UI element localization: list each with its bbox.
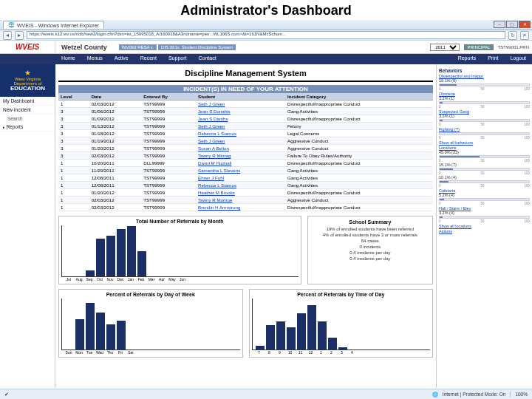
cell: 1 (58, 204, 89, 211)
bar (307, 305, 316, 349)
cell: 01/20/2012 (89, 145, 142, 152)
cell: Legal Concerns (285, 130, 433, 137)
cell: 3 (58, 115, 89, 123)
cell: 10/20/2011 (89, 160, 142, 167)
cell: 02/03/2012 (89, 197, 142, 204)
table-row: 301/20/2012TST99999Susan A BeltonAggress… (58, 145, 433, 152)
student-link[interactable]: Seth J Green (196, 123, 285, 130)
ie-icon: 🌐 (8, 22, 15, 28)
nav-support[interactable]: Support (163, 54, 193, 64)
rp-group[interactable]: Show all behaviors (439, 140, 530, 145)
student-link[interactable]: Ehren J Fuhl (196, 174, 285, 182)
bar (96, 239, 105, 276)
nav-back-button[interactable]: ◄ (3, 31, 12, 40)
student-link[interactable]: Jean S Danths (196, 115, 285, 123)
cell: 3 (58, 152, 89, 160)
wv-line3: EDUCATION (10, 86, 45, 92)
summary-line: 0.4 incidents per day (311, 256, 429, 261)
student-link[interactable]: Brendin H Armstrong (196, 204, 285, 211)
window-minimize-button[interactable]: – (494, 21, 505, 28)
mini-bar (439, 101, 530, 104)
mini-bar (439, 155, 530, 158)
student-link[interactable]: Seth J Green (196, 137, 285, 145)
student-link[interactable]: Seth J Green (196, 100, 285, 108)
nav-recent[interactable]: Recent (134, 54, 163, 64)
cell: TST99999 (141, 197, 196, 204)
cell: Gang Activities (285, 174, 433, 182)
cell: Disrespectful/Inappropriate Conduct (285, 115, 433, 123)
cell: TST99999 (141, 182, 196, 189)
nav-print[interactable]: Print (482, 54, 504, 64)
nav-contact[interactable]: Contact (192, 54, 222, 64)
student-link[interactable]: David M Hudnall (196, 160, 285, 167)
year-select[interactable]: 2011 (430, 44, 460, 51)
cell: 3 (58, 137, 89, 145)
chart-referrals-by-month: Total Number of Referrals by Month JulAu… (58, 216, 301, 284)
cell: 01/20/2012 (89, 189, 142, 197)
sidebar-item-dashboard[interactable]: My Dashboard (0, 97, 55, 106)
sidebar-item-new-incident[interactable]: New Incident (0, 106, 55, 115)
cell: TST99999 (141, 100, 196, 108)
statusbar: ✔ 🌐 Internet | Protected Mode: On 100% (0, 389, 532, 399)
cell: Disrespectful/Inappropriate Conduct (285, 204, 433, 211)
zoom-control[interactable]: 100% (510, 392, 528, 397)
stop-button[interactable]: ✕ (520, 31, 529, 40)
rp-group[interactable]: Fighting (?) (439, 127, 530, 132)
refresh-button[interactable]: ↻ (508, 31, 517, 40)
rp-group[interactable]: Show all locations (439, 224, 530, 228)
browser-tab[interactable]: 🌐 WVEIS - Windows Internet Explorer (3, 21, 104, 29)
bar (276, 321, 285, 349)
table-row: 301/18/2012TST99999Rebecca L StamosLegal… (58, 130, 433, 137)
xlabel: 4 (348, 350, 357, 355)
student-link[interactable]: Rebecca L Stamos (196, 182, 285, 189)
chart-referrals-by-day: Percent of Referrals by Day of Week SunM… (58, 289, 243, 358)
mini-bar (439, 168, 530, 171)
student-link[interactable]: Heather M Brooks (196, 189, 285, 197)
sidebar-item-search[interactable]: Search (0, 115, 55, 123)
cell: 02/03/2012 (89, 100, 142, 108)
nav-active[interactable]: Active (109, 54, 134, 64)
cell: TST99999 (141, 145, 196, 152)
cell: 3 (58, 145, 89, 152)
cell: TST99999 (141, 189, 196, 197)
student-link[interactable]: Tawny R Minrag (196, 152, 285, 160)
nav-logout[interactable]: Logout (505, 54, 532, 64)
cell: TST99999 (141, 115, 196, 123)
mini-scale: 050100 (439, 184, 530, 188)
chart1-title: Total Number of Referrals by Month (61, 219, 299, 224)
student-link[interactable]: Samantha L Stevens (196, 167, 285, 174)
cell: Aggressive Conduct (285, 137, 433, 145)
nav-menus[interactable]: Menus (81, 54, 109, 64)
table-row: 102/03/2012TST99999Seth J GreenDisrespec… (58, 100, 433, 108)
mini-bar (439, 180, 530, 183)
cell: 3 (58, 123, 89, 130)
mini-scale: 050100 (439, 87, 530, 91)
nav-reports[interactable]: Reports (452, 54, 482, 64)
window-maximize-button[interactable]: ▢ (506, 21, 518, 28)
student-link[interactable]: Rebecca L Stamos (196, 130, 285, 137)
rp-pct: 3.2% (1) (439, 114, 530, 118)
xlabel: Jul (64, 277, 73, 282)
url-input[interactable]: https://wveis.k12.wv.us/nclb/vew2/login.… (27, 31, 505, 39)
table-row: 102/03/2012TST99999Tawny R MonroeAggress… (58, 197, 433, 204)
wveis-logo: WVEIS (0, 41, 55, 54)
cell: 01/19/2012 (89, 137, 142, 145)
cell: Gang Activities (285, 167, 433, 174)
student-link[interactable]: Jean S Donahis (196, 108, 285, 115)
xlabel: 11 (296, 350, 305, 355)
xlabel: 9 (276, 350, 284, 355)
cell: 01/06/2012 (89, 108, 142, 115)
bar (338, 347, 347, 349)
student-link[interactable]: Tawny R Monroe (196, 197, 285, 204)
rp-group[interactable]: Actions (439, 229, 530, 233)
table-row: 301/19/2012TST99999Seth J GreenAggressiv… (58, 137, 433, 145)
nav-forward-button[interactable]: ► (15, 31, 24, 40)
student-link[interactable]: Susan A Belton (196, 145, 285, 152)
nav-home[interactable]: Home (55, 54, 81, 64)
sidebar-item-reports[interactable]: Reports (0, 123, 55, 132)
xlabel: Jun (178, 277, 187, 282)
status-mode: Internet | Protected Mode: On (443, 392, 506, 397)
window-close-button[interactable]: ✕ (519, 21, 531, 28)
mini-scale: 050100 (439, 219, 530, 223)
behaviors-header: Behaviors (439, 68, 530, 73)
